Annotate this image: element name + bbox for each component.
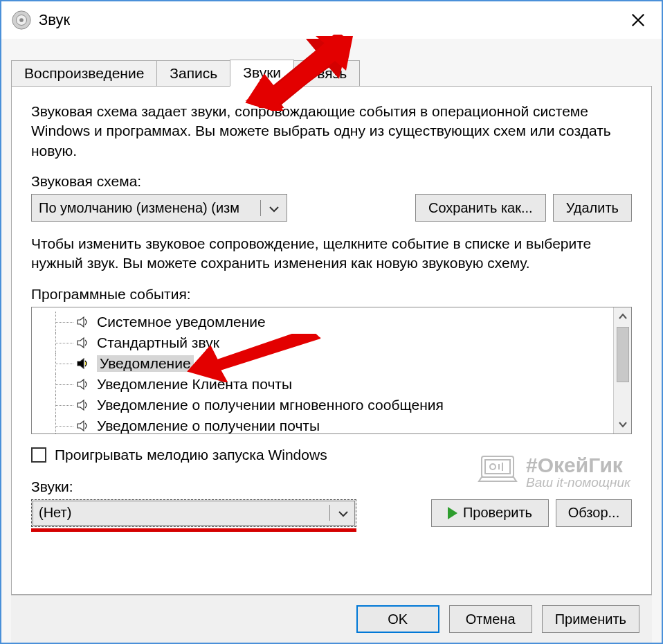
scroll-up-icon[interactable] — [614, 307, 631, 325]
sounds-label: Звуки: — [31, 478, 632, 495]
apply-button[interactable]: Применить — [542, 605, 639, 633]
tab-recording[interactable]: Запись — [156, 60, 230, 86]
play-startup-label: Проигрывать мелодию запуска Windows — [55, 447, 327, 463]
event-item[interactable]: Уведомление о получении мгновенного сооб… — [35, 395, 610, 415]
svg-point-2 — [19, 18, 24, 22]
sounds-select-value: (Нет) — [39, 505, 71, 521]
sound-app-icon — [11, 10, 32, 30]
scroll-down-icon[interactable] — [614, 415, 631, 433]
play-icon — [448, 507, 457, 519]
scrollbar[interactable] — [613, 307, 631, 433]
scheme-description: Звуковая схема задает звуки, сопровождаю… — [31, 102, 632, 161]
event-item[interactable]: Стандартный звук — [35, 332, 610, 353]
browse-button[interactable]: Обзор... — [556, 499, 632, 527]
speaker-icon — [76, 398, 90, 412]
cancel-button[interactable]: Отмена — [449, 605, 532, 633]
svg-point-10 — [490, 464, 496, 469]
tab-strip: Воспроизведение Запись Звуки Связь — [11, 60, 652, 86]
delete-button[interactable]: Удалить — [553, 194, 632, 222]
events-listbox[interactable]: Системное уведомлениеСтандартный звукУве… — [31, 307, 632, 434]
title-bar: Звук — [1, 1, 662, 39]
events-label: Программные события: — [31, 286, 632, 303]
annotation-underline — [31, 528, 356, 532]
event-item-label: Уведомление о получении почты — [97, 418, 320, 433]
events-description: Чтобы изменить звуковое сопровождение, щ… — [31, 234, 632, 274]
scheme-label: Звуковая схема: — [31, 173, 632, 190]
scheme-select[interactable]: По умолчанию (изменена) (изм — [31, 194, 287, 222]
event-item-label: Стандартный звук — [97, 334, 219, 351]
tab-sounds[interactable]: Звуки — [230, 60, 294, 87]
scroll-thumb[interactable] — [617, 327, 629, 382]
speaker-icon — [76, 419, 90, 433]
speaker-icon — [76, 336, 90, 350]
event-item-label: Уведомление — [97, 355, 194, 372]
test-button-label: Проверить — [463, 505, 532, 521]
event-item-label: Уведомление Клиента почты — [97, 376, 292, 393]
checkbox-icon[interactable] — [31, 447, 46, 463]
event-item[interactable]: Уведомление Клиента почты — [35, 374, 610, 395]
dialog-footer: OK Отмена Применить — [11, 595, 652, 643]
test-button[interactable]: Проверить — [431, 499, 549, 527]
sounds-select[interactable]: (Нет) — [31, 499, 356, 527]
event-item-label: Системное уведомление — [97, 314, 266, 330]
scheme-select-value: По умолчанию (изменена) (изм — [39, 200, 239, 216]
speaker-icon — [76, 377, 90, 391]
event-item[interactable]: Уведомление о получении почты — [35, 415, 610, 433]
window-title: Звук — [39, 11, 70, 29]
event-item[interactable]: Уведомление — [35, 353, 610, 374]
speaker-icon — [76, 315, 90, 329]
speaker-icon — [76, 357, 90, 370]
chevron-down-icon — [260, 200, 280, 216]
ok-button[interactable]: OK — [356, 605, 439, 633]
play-startup-checkbox-row[interactable]: Проигрывать мелодию запуска Windows — [31, 447, 632, 463]
tab-playback[interactable]: Воспроизведение — [11, 60, 157, 86]
tab-panel-sounds: Звуковая схема задает звуки, сопровождаю… — [11, 86, 652, 595]
event-item[interactable]: Системное уведомление — [35, 312, 610, 332]
close-button[interactable] — [624, 6, 652, 34]
save-as-button[interactable]: Сохранить как... — [415, 194, 546, 222]
sound-dialog: Звук Воспроизведение Запись Звуки Связь — [0, 0, 663, 644]
event-item-label: Уведомление о получении мгновенного сооб… — [97, 397, 444, 413]
tab-communications[interactable]: Связь — [293, 60, 360, 86]
chevron-down-icon — [329, 505, 349, 521]
dialog-body: Воспроизведение Запись Звуки Связь Звуко… — [1, 39, 662, 643]
